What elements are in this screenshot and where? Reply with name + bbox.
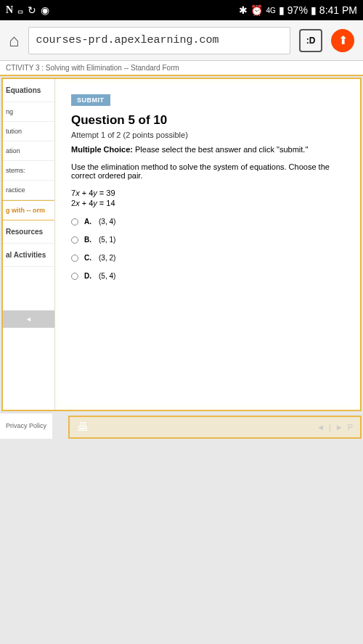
status-left: N ⏛ ↻ ◉ xyxy=(6,4,49,16)
sidebar-item[interactable]: ractice xyxy=(3,181,54,200)
emoji-button[interactable]: :D xyxy=(299,29,322,52)
radio-b[interactable] xyxy=(71,236,78,244)
upload-button[interactable]: ⬆ xyxy=(331,29,354,52)
status-bar: N ⏛ ↻ ◉ ✱ ⏰ 4G ▮ 97% ▮ 8:41 PM xyxy=(0,0,363,20)
option-letter: B. xyxy=(84,236,93,244)
nav-arrows: ◄ | ► P xyxy=(317,423,353,432)
sidebar-activities[interactable]: al Activities xyxy=(3,244,54,267)
equation-1: 7x + 4y = 39 xyxy=(71,189,344,197)
radio-d[interactable] xyxy=(71,273,78,280)
main-panel: SUBMIT Question 5 of 10 Attempt 1 of 2 (… xyxy=(60,83,356,405)
mc-text: Please select the best answer and click … xyxy=(133,145,308,154)
url-text: courses-prd.apexlearning.com xyxy=(36,34,219,46)
signal-icon: ▮ xyxy=(279,4,285,16)
url-input[interactable]: courses-prd.apexlearning.com xyxy=(28,27,291,54)
bluetooth-icon: ✱ xyxy=(239,4,248,16)
sidebar: Equations ng tution ation stems: ractice… xyxy=(3,79,55,410)
radio-a[interactable] xyxy=(71,218,78,226)
sidebar-item-active[interactable]: g with -- orm xyxy=(3,200,54,220)
footer-bar: 🖶 ◄ | ► P xyxy=(68,416,362,439)
option-value: (3, 4) xyxy=(99,218,115,226)
option-c[interactable]: C. (3, 2) xyxy=(71,254,344,262)
attempt-text: Attempt 1 of 2 (2 points possible) xyxy=(71,131,344,139)
arrow-up-icon: ⬆ xyxy=(338,33,348,47)
radio-c[interactable] xyxy=(71,255,78,262)
option-a[interactable]: A. (3, 4) xyxy=(71,218,344,226)
sidebar-item[interactable]: stems: xyxy=(3,161,54,181)
options: A. (3, 4) B. (5, 1) C. (3, 2) D. (5, 4) xyxy=(71,218,344,280)
sidebar-collapse[interactable]: ◄ xyxy=(3,310,54,328)
cast-icon: ⏛ xyxy=(17,4,23,16)
sidebar-item[interactable]: tution xyxy=(3,122,54,141)
problem-text: Use the elimination method to solve the … xyxy=(71,162,344,180)
next-arrow-icon[interactable]: ► xyxy=(335,423,343,432)
option-letter: D. xyxy=(84,272,93,280)
battery-icon: ▮ xyxy=(311,4,317,16)
equations: 7x + 4y = 39 2x + 4y = 14 xyxy=(71,189,344,207)
option-value: (5, 1) xyxy=(99,236,115,244)
spacer xyxy=(3,267,54,310)
chevron-left-icon: ◄ xyxy=(25,315,32,323)
option-letter: A. xyxy=(84,218,93,226)
status-right: ✱ ⏰ 4G ▮ 97% ▮ 8:41 PM xyxy=(239,4,357,16)
prev-arrow-icon[interactable]: ◄ xyxy=(317,423,325,432)
sidebar-item[interactable]: ation xyxy=(3,141,54,161)
mc-bold: Multiple Choice: xyxy=(71,145,133,154)
home-icon[interactable]: ⌂ xyxy=(9,30,20,51)
content-wrap: Equations ng tution ation stems: ractice… xyxy=(1,78,362,411)
clock-text: 8:41 PM xyxy=(319,4,357,16)
bottom-row: Privacy Policy 🖶 ◄ | ► P xyxy=(0,413,363,439)
submit-button[interactable]: SUBMIT xyxy=(71,94,110,106)
browser-bar: ⌂ courses-prd.apexlearning.com :D ⬆ xyxy=(0,20,363,61)
alarm-icon: ⏰ xyxy=(250,4,263,16)
mc-instructions: Multiple Choice: Please select the best … xyxy=(71,145,344,154)
messenger-icon: ◉ xyxy=(41,4,49,16)
privacy-link[interactable]: Privacy Policy xyxy=(0,413,52,439)
nav-label: P xyxy=(348,423,353,432)
option-d[interactable]: D. (5, 4) xyxy=(71,272,344,280)
option-b[interactable]: B. (5, 1) xyxy=(71,236,344,244)
sidebar-resources[interactable]: Resources xyxy=(3,220,54,244)
equation-2: 2x + 4y = 14 xyxy=(71,199,344,207)
print-icon[interactable]: 🖶 xyxy=(77,421,89,434)
network-icon: 4G xyxy=(266,7,275,15)
call-icon: ↻ xyxy=(28,4,36,16)
divider: | xyxy=(329,423,331,432)
option-letter: C. xyxy=(84,254,93,262)
sidebar-head: Equations xyxy=(3,79,54,102)
question-title: Question 5 of 10 xyxy=(71,113,344,128)
option-value: (5, 4) xyxy=(99,272,115,280)
battery-text: 97% xyxy=(287,4,308,16)
netflix-icon: N xyxy=(6,4,13,16)
activity-header: CTIVITY 3 : Solving with Elimination -- … xyxy=(0,61,363,76)
option-value: (3, 2) xyxy=(99,254,115,262)
footer-wrap: 🖶 ◄ | ► P xyxy=(52,413,363,439)
sidebar-item[interactable]: ng xyxy=(3,102,54,122)
